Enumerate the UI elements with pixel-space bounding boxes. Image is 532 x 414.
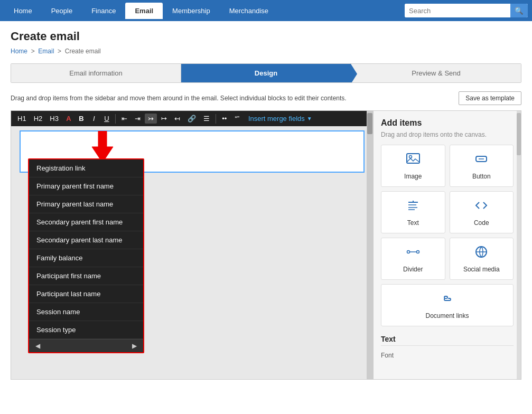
fmt-bullet-list[interactable]: •• [219,114,230,124]
fmt-align-left[interactable]: ⇤ [118,114,130,124]
fmt-align-center[interactable]: ⇥ [132,114,144,124]
canvas-area: H1 H2 H3 A B I U ⇤ ⇥ ↣ ↦ ↤ 🔗 ☰ •• “” Ins… [11,111,373,379]
dropdown-item-9[interactable]: Session type [29,321,143,339]
svg-point-10 [407,251,409,253]
dropdown-bottom-controls: ◀ ▶ [29,339,143,352]
fmt-underline[interactable]: U [101,114,113,124]
svg-point-11 [416,251,419,253]
dropdown-item-6[interactable]: Participant first name [29,267,143,285]
sidebar-item-image[interactable]: Image [381,145,445,187]
sidebar-font-label: Font [381,350,514,361]
step-preview-send[interactable]: Preview & Send [351,64,521,82]
social-icon [474,244,489,262]
insert-merge-fields-button[interactable]: Insert merge fields ▼ [244,113,316,124]
nav-tab-merchandise[interactable]: Merchandise [220,3,278,19]
sidebar: Add items Drag and drop items onto the c… [373,111,521,379]
nav-tabs: Home People Finance Email Membership Mer… [4,3,405,19]
dropdown-scroll-right[interactable]: ▶ [130,341,139,351]
dropdown-item-4[interactable]: Secondary parent last name [29,231,143,249]
merge-fields-label: Insert merge fields [248,115,305,123]
sidebar-subtitle: Drag and drop items onto the canvas. [381,131,514,138]
svg-point-2 [409,156,412,158]
progress-steps: Email information Design Preview & Send [11,63,521,83]
search-bar: 🔍 [405,4,528,17]
dropdown-scroll-left[interactable]: ◀ [33,341,42,351]
sidebar-scroll-thumb [517,113,521,155]
search-input[interactable] [405,4,510,17]
merge-fields-dropdown: Registration link Primary parent first n… [28,158,144,353]
sidebar-item-code[interactable]: Code [450,191,514,233]
sidebar-item-text[interactable]: Text [381,191,445,233]
sidebar-title: Add items [381,118,514,128]
fmt-link[interactable]: 🔗 [184,114,199,124]
fmt-bold[interactable]: B [76,114,87,124]
sidebar-scroll-track[interactable] [517,111,521,379]
merge-fields-arrow: ▼ [307,116,312,121]
nav-tab-people[interactable]: People [42,3,82,19]
fmt-ordered-list[interactable]: ☰ [200,114,213,124]
search-button[interactable]: 🔍 [510,4,528,17]
sidebar-item-text-label: Text [407,219,419,227]
fmt-h1[interactable]: H1 [14,114,30,124]
page-content: Create email Home > Email > Create email… [0,21,532,414]
step-design[interactable]: Design [181,64,351,82]
nav-tab-finance[interactable]: Finance [82,3,125,19]
toolbar-separator-2 [216,114,216,124]
page-title: Create email [11,30,521,43]
button-icon [474,152,489,170]
nav-tab-email[interactable]: Email [125,3,163,19]
sidebar-item-divider[interactable]: Divider [381,238,445,280]
dropdown-item-1[interactable]: Primary parent first name [29,177,143,195]
formatting-toolbar: H1 H2 H3 A B I U ⇤ ⇥ ↣ ↦ ↤ 🔗 ☰ •• “” Ins… [11,111,373,126]
fmt-align-right[interactable]: ↦ [158,114,170,124]
sidebar-item-button[interactable]: Button [450,145,514,187]
sidebar-item-social[interactable]: Social media [450,238,514,280]
drag-info-bar: Drag and drop items from the sidebar and… [11,91,521,105]
image-icon [406,152,421,170]
fmt-font-color[interactable]: A [63,114,74,124]
breadcrumb-email[interactable]: Email [38,48,54,55]
fmt-h2[interactable]: H2 [31,114,46,124]
top-navigation: Home People Finance Email Membership Mer… [0,0,532,21]
sidebar-item-button-label: Button [472,173,491,180]
save-template-button[interactable]: Save as template [459,91,521,105]
sidebar-item-document-links[interactable]: Document links [381,284,514,326]
document-links-icon [440,291,455,309]
sidebar-item-image-label: Image [404,173,422,180]
fmt-quote[interactable]: “” [231,114,243,124]
sidebar-item-social-label: Social media [463,266,500,273]
editor-layout: H1 H2 H3 A B I U ⇤ ⇥ ↣ ↦ ↤ 🔗 ☰ •• “” Ins… [11,110,521,380]
text-icon [406,198,421,216]
sidebar-item-divider-label: Divider [403,266,423,273]
svg-rect-1 [407,154,419,163]
canvas-scroll-track[interactable] [367,111,373,379]
step-email-info[interactable]: Email information [11,64,181,82]
items-grid: Image Button [381,145,514,326]
fmt-italic[interactable]: I [88,114,100,124]
sidebar-item-document-links-label: Document links [425,312,469,319]
dropdown-item-3[interactable]: Secondary parent first name [29,213,143,231]
canvas-scroll-thumb [367,113,372,134]
breadcrumb-home[interactable]: Home [11,48,27,55]
dropdown-item-5[interactable]: Family balance [29,249,143,267]
drag-info-text: Drag and drop items from the sidebar and… [11,95,347,102]
fmt-align-center2[interactable]: ↣ [145,114,157,124]
divider-icon [406,244,421,262]
breadcrumb-current: Create email [65,48,101,55]
dropdown-item-0[interactable]: Registration link [29,159,143,177]
dropdown-item-8[interactable]: Session name [29,303,143,321]
breadcrumb: Home > Email > Create email [11,48,521,55]
dropdown-item-2[interactable]: Primary parent last name [29,195,143,213]
sidebar-item-code-label: Code [474,219,489,227]
nav-tab-membership[interactable]: Membership [163,3,220,19]
fmt-h3[interactable]: H3 [46,114,62,124]
code-icon [474,198,489,216]
fmt-align-justify[interactable]: ↤ [171,114,183,124]
dropdown-item-7[interactable]: Participant last name [29,285,143,303]
sidebar-text-section: Text [381,335,514,346]
nav-tab-home[interactable]: Home [4,3,42,19]
toolbar-separator-1 [115,114,116,124]
dropdown-scroll-area[interactable]: Registration link Primary parent first n… [29,159,143,339]
